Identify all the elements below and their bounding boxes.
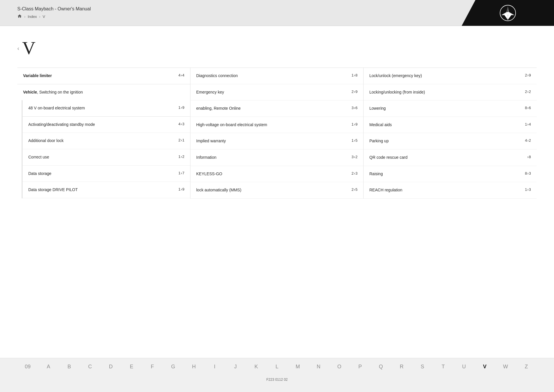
alpha-O[interactable]: O [329,362,350,371]
entry-vehicle[interactable]: Vehicle, Switching on the ignition [17,84,190,100]
entry-high-voltage[interactable]: High-voltage on-board electrical system … [190,117,363,133]
left-column: Variable limiter 4›4 Vehicle, Switching … [17,68,190,199]
entry-label: Raising [369,171,525,177]
entry-label: Data storage DRIVE PILOT [28,187,178,193]
breadcrumb-index[interactable]: Index [28,14,37,19]
prev-letter-button[interactable]: ‹ [17,45,19,52]
entry-keyless-go[interactable]: KEYLESS-GO 2›3 [190,166,363,182]
entry-page: 1›7 [178,171,184,175]
alpha-A[interactable]: A [38,362,59,371]
entry-page: 2›5 [351,187,358,192]
alpha-S[interactable]: S [412,362,433,371]
alpha-L[interactable]: L [267,362,287,371]
entry-lowering[interactable]: Lowering 8›6 [364,100,537,117]
entry-page: 1›9 [351,122,358,126]
home-icon[interactable] [17,14,22,19]
entry-raising[interactable]: Raising 8›3 [364,166,537,182]
entry-page: ›8 [527,155,531,159]
breadcrumb: › Index › V [17,14,462,19]
entry-page: 4›2 [525,138,531,143]
mercedes-logo [462,0,554,26]
entry-label: Diagnostics connection [196,73,351,79]
entry-standby[interactable]: Activating/deactivating standby mode 4›3 [23,117,190,133]
entry-label: Correct use [28,154,178,160]
entry-label: Parking up [369,138,525,144]
entry-label: QR code rescue card [369,155,527,160]
alpha-N[interactable]: N [308,362,329,371]
alpha-09[interactable]: 09 [17,362,38,371]
entry-48v[interactable]: 48 V on-board electrical system 1›9 [23,100,190,117]
footer: F223 0112 02 [0,375,554,384]
entry-lock-unlock-emergency[interactable]: Lock/unlock (emergency key) 2›9 [364,68,537,84]
header: S-Class Maybach - Owner's Manual › Index… [0,0,554,26]
entry-page: 1›2 [178,154,184,159]
entry-page: 2›2 [525,89,531,94]
entry-reach-regulation[interactable]: REACH regulation 1›3 [364,182,537,199]
alpha-Z[interactable]: Z [516,362,537,371]
entry-page: 1›3 [525,187,531,192]
entry-label: REACH regulation [369,187,525,193]
svg-point-1 [507,12,509,14]
alpha-H[interactable]: H [184,362,204,371]
breadcrumb-sep-2: › [39,15,40,19]
alpha-J[interactable]: J [225,362,246,371]
entry-enabling-remote-online[interactable]: enabling, Remote Online 3›6 [190,100,363,117]
alpha-Q[interactable]: Q [370,362,391,371]
alpha-G[interactable]: G [163,362,184,371]
entry-diagnostics[interactable]: Diagnostics connection 1›8 [190,68,363,84]
right-column: Lock/unlock (emergency key) 2›9 Locking/… [364,68,537,199]
alpha-U[interactable]: U [454,362,474,371]
alpha-E[interactable]: E [121,362,142,371]
alpha-K[interactable]: K [246,362,267,371]
entry-lock-automatically[interactable]: lock automatically (MMS) 2›5 [190,182,363,199]
entry-label: Additional door lock [28,138,178,144]
entry-page: 4›4 [178,73,184,77]
alpha-B[interactable]: B [59,362,80,371]
entry-information[interactable]: Information 3›2 [190,150,363,166]
alpha-P[interactable]: P [350,362,370,371]
alpha-M[interactable]: M [287,362,308,371]
entry-additional-door-lock[interactable]: Additional door lock 2›1 [23,133,190,149]
alpha-D[interactable]: D [100,362,121,371]
entry-label: Variable limiter [23,73,178,79]
alphabet-nav: 09 A B C D E F G H I J K L M N O P Q R S… [0,358,554,375]
entry-label: Lowering [369,106,525,111]
entry-label: Vehicle, Switching on the ignition [23,89,184,95]
entry-label: Implied warranty [196,138,351,144]
entry-label: KEYLESS-GO [196,171,351,177]
header-left: S-Class Maybach - Owner's Manual › Index… [0,6,462,19]
alpha-I[interactable]: I [204,362,225,371]
breadcrumb-sep-1: › [24,15,25,19]
entry-parking-up[interactable]: Parking up 4›2 [364,133,537,150]
alpha-W[interactable]: W [495,362,516,371]
entry-data-storage-drive-pilot[interactable]: Data storage DRIVE PILOT 1›9 [23,182,190,198]
alpha-C[interactable]: C [80,362,100,371]
alpha-R[interactable]: R [391,362,412,371]
entry-variable-limiter[interactable]: Variable limiter 4›4 [17,68,190,84]
entry-page: 2›9 [351,89,358,94]
entry-page: 1›4 [525,122,531,126]
vehicle-sublist: 48 V on-board electrical system 1›9 Acti… [22,100,190,198]
entry-label: Activating/deactivating standby mode [28,122,178,128]
entry-label: Emergency key [196,89,351,95]
entry-implied-warranty[interactable]: Implied warranty 1›5 [190,133,363,150]
entry-data-storage[interactable]: Data storage 1›7 [23,166,190,182]
middle-column: Diagnostics connection 1›8 Emergency key… [190,68,364,199]
alpha-V[interactable]: V [474,362,495,371]
entry-medical-aids[interactable]: Medical aids 1›4 [364,117,537,133]
entry-page: 1›9 [178,105,184,110]
alpha-T[interactable]: T [433,362,454,371]
entry-correct-use[interactable]: Correct use 1›2 [23,149,190,166]
entry-page: 1›5 [351,138,358,143]
entry-emergency-key[interactable]: Emergency key 2›9 [190,84,363,101]
entry-page: 3›6 [351,106,358,110]
entry-page: 1›9 [178,187,184,191]
entry-locking-unlocking-inside[interactable]: Locking/unlocking (from inside) 2›2 [364,84,537,101]
entry-label: Medical aids [369,122,525,128]
entry-qr-code-rescue-card[interactable]: QR code rescue card ›8 [364,150,537,166]
entry-page: 2›9 [525,73,531,77]
breadcrumb-current: V [43,14,45,19]
main-content: ‹ V Variable limiter 4›4 Vehicle, Switch… [0,26,554,358]
entry-label: enabling, Remote Online [196,106,351,111]
alpha-F[interactable]: F [142,362,163,371]
